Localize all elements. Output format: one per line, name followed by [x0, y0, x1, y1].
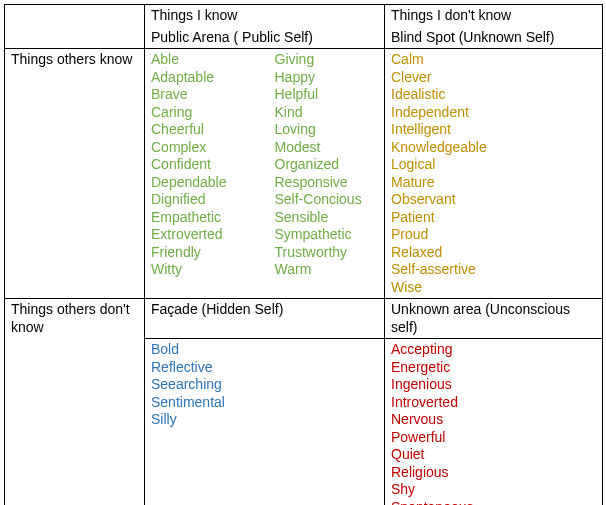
trait: Spontaneous — [391, 499, 596, 506]
trait: Able — [151, 51, 255, 69]
trait: Independent — [391, 104, 596, 122]
trait: Warm — [275, 261, 379, 279]
row-header-unknown: Things others don't know — [5, 299, 145, 339]
trait: Extroverted — [151, 226, 255, 244]
public-cell: Able Adaptable Brave Caring Cheerful Com… — [145, 49, 385, 299]
trait: Accepting — [391, 341, 596, 359]
trait: Brave — [151, 86, 255, 104]
row-header-unknown-pad — [5, 339, 145, 506]
corner-empty — [5, 5, 145, 27]
johari-table: Things I know Things I don't know Public… — [4, 4, 603, 505]
trait: Patient — [391, 209, 596, 227]
trait: Dependable — [151, 174, 255, 192]
trait: Giving — [275, 51, 379, 69]
trait: Bold — [151, 341, 378, 359]
trait: Dignified — [151, 191, 255, 209]
trait: Reflective — [151, 359, 378, 377]
blind-title: Blind Spot (Unknown Self) — [385, 27, 603, 49]
trait: Modest — [275, 139, 379, 157]
trait: Religious — [391, 464, 596, 482]
blind-cell: Calm Clever Idealistic Independent Intel… — [385, 49, 603, 299]
trait: Wise — [391, 279, 596, 297]
trait: Confident — [151, 156, 255, 174]
trait: Calm — [391, 51, 596, 69]
public-list-col2: Giving Happy Helpful Kind Loving Modest … — [275, 51, 379, 279]
trait: Mature — [391, 174, 596, 192]
trait: Silly — [151, 411, 378, 429]
trait: Self-assertive — [391, 261, 596, 279]
trait: Responsive — [275, 174, 379, 192]
trait: Quiet — [391, 446, 596, 464]
trait: Loving — [275, 121, 379, 139]
blind-list: Calm Clever Idealistic Independent Intel… — [391, 51, 596, 296]
trait: Witty — [151, 261, 255, 279]
facade-list: Bold Reflective Seearching Sentimental S… — [151, 341, 378, 429]
trait: Clever — [391, 69, 596, 87]
unknown-list: Accepting Energetic Ingenious Introverte… — [391, 341, 596, 505]
row-header-known: Things others know — [5, 49, 145, 299]
trait: Sensible — [275, 209, 379, 227]
col-header-unknown: Things I don't know — [385, 5, 603, 27]
trait: Organized — [275, 156, 379, 174]
trait: Caring — [151, 104, 255, 122]
trait: Intelligent — [391, 121, 596, 139]
corner-empty-2 — [5, 27, 145, 49]
trait: Energetic — [391, 359, 596, 377]
facade-title: Façade (Hidden Self) — [145, 299, 385, 339]
public-title: Public Arena ( Public Self) — [145, 27, 385, 49]
trait: Proud — [391, 226, 596, 244]
public-list-col1: Able Adaptable Brave Caring Cheerful Com… — [151, 51, 255, 279]
trait: Empathetic — [151, 209, 255, 227]
trait: Powerful — [391, 429, 596, 447]
trait: Helpful — [275, 86, 379, 104]
trait: Ingenious — [391, 376, 596, 394]
trait: Friendly — [151, 244, 255, 262]
trait: Observant — [391, 191, 596, 209]
unknown-title: Unknown area (Unconscious self) — [385, 299, 603, 339]
trait: Seearching — [151, 376, 378, 394]
trait: Adaptable — [151, 69, 255, 87]
trait: Self-Concious — [275, 191, 379, 209]
trait: Kind — [275, 104, 379, 122]
trait: Complex — [151, 139, 255, 157]
trait: Introverted — [391, 394, 596, 412]
trait: Happy — [275, 69, 379, 87]
trait: Sentimental — [151, 394, 378, 412]
trait: Trustworthy — [275, 244, 379, 262]
trait: Knowledgeable — [391, 139, 596, 157]
trait: Idealistic — [391, 86, 596, 104]
trait: Shy — [391, 481, 596, 499]
col-header-known: Things I know — [145, 5, 385, 27]
trait: Cheerful — [151, 121, 255, 139]
unknown-cell: Accepting Energetic Ingenious Introverte… — [385, 339, 603, 506]
trait: Nervous — [391, 411, 596, 429]
trait: Sympathetic — [275, 226, 379, 244]
trait: Relaxed — [391, 244, 596, 262]
facade-cell: Bold Reflective Seearching Sentimental S… — [145, 339, 385, 506]
trait: Logical — [391, 156, 596, 174]
